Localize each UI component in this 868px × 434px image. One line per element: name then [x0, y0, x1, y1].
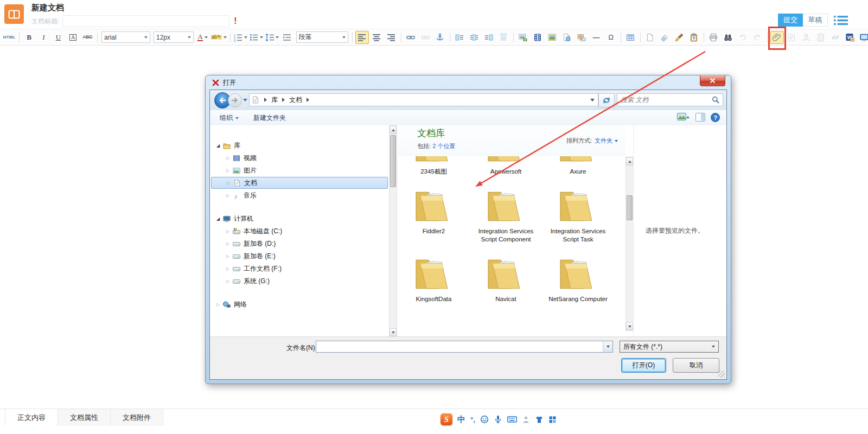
organize-button[interactable]: 组织: [220, 113, 239, 123]
eraser-button[interactable]: [658, 31, 672, 44]
undo-button[interactable]: [736, 31, 750, 44]
history-chevron-icon[interactable]: [243, 99, 247, 101]
unlink-button[interactable]: [419, 31, 432, 44]
scroll-up-icon[interactable]: [626, 157, 633, 165]
scrollbar-thumb[interactable]: [390, 135, 396, 187]
italic-button[interactable]: I: [37, 31, 50, 44]
format-brush-button[interactable]: [673, 31, 686, 44]
word-import-button[interactable]: W: [844, 31, 857, 44]
expand-twisty-icon[interactable]: ▷: [224, 168, 232, 173]
paste-text-button[interactable]: T: [687, 31, 701, 44]
doc-button[interactable]: [785, 31, 799, 44]
screenshot-button[interactable]: [575, 31, 589, 44]
ime-language-toggle[interactable]: 中: [457, 414, 465, 425]
person-button[interactable]: [800, 31, 813, 44]
folder-item[interactable]: Axure: [544, 156, 612, 176]
tree-item-network[interactable]: ▷网络: [211, 298, 388, 310]
align-center-button[interactable]: [370, 31, 384, 44]
link-button[interactable]: [404, 31, 418, 44]
redo-button[interactable]: [751, 31, 764, 44]
indent-text-button[interactable]: [280, 31, 294, 44]
list-menu-icon[interactable]: [834, 15, 848, 28]
resize-grip[interactable]: [718, 371, 725, 378]
pad-left-button[interactable]: [453, 31, 467, 44]
bold-button[interactable]: B: [22, 31, 36, 44]
search-icon[interactable]: [712, 96, 719, 104]
doc-title-input[interactable]: [62, 15, 229, 27]
tree-scrollbar[interactable]: [389, 125, 397, 337]
tree-item-disk[interactable]: ▷系统 (G:): [211, 275, 388, 287]
tab-doc-properties[interactable]: 文档属性: [58, 409, 111, 426]
folder-item[interactable]: NetSarang Computer: [544, 257, 612, 303]
clipboard-button[interactable]: [814, 31, 828, 44]
filename-input[interactable]: [316, 341, 613, 353]
sync-button[interactable]: [829, 31, 843, 44]
folder-item[interactable]: Fiddler2: [400, 189, 468, 244]
arrange-value[interactable]: 文件夹: [595, 137, 612, 145]
forecolor-button[interactable]: A: [196, 31, 209, 44]
attachment-button[interactable]: [770, 31, 784, 44]
find-replace-button[interactable]: [722, 31, 735, 44]
tree-item-documents[interactable]: ▷文档: [211, 177, 388, 189]
toolbar-grid-icon[interactable]: [548, 416, 557, 424]
keyboard-icon[interactable]: [507, 416, 517, 423]
ordered-list-button[interactable]: 123: [233, 31, 248, 44]
tree-item-disk[interactable]: ▷新加卷 (D:): [211, 238, 388, 250]
folder-item[interactable]: Integration Services Script Task: [544, 189, 612, 244]
breadcrumb-item-libraries[interactable]: 库: [271, 95, 278, 105]
insert-snippet-button[interactable]: [560, 31, 574, 44]
folder-item[interactable]: 2345截图: [400, 156, 468, 176]
align-right-button[interactable]: [385, 31, 398, 44]
preview-pane-button[interactable]: [695, 113, 705, 122]
new-document-button[interactable]: [643, 31, 657, 44]
expand-twisty-icon[interactable]: ▷: [224, 266, 232, 271]
toolbox-person-icon[interactable]: [522, 416, 530, 424]
folder-item[interactable]: KingsoftData: [400, 257, 468, 303]
cancel-button[interactable]: 取消: [673, 358, 719, 373]
underline-button[interactable]: U: [52, 31, 65, 44]
scroll-up-icon[interactable]: [390, 126, 397, 134]
special-char-button[interactable]: Ω: [604, 31, 618, 44]
breadcrumb[interactable]: 库 文档: [249, 93, 598, 106]
expand-twisty-icon[interactable]: ▷: [224, 254, 232, 259]
submit-button[interactable]: 提交: [778, 14, 803, 27]
forward-button[interactable]: [228, 93, 242, 107]
expand-twisty-icon[interactable]: ▷: [224, 193, 232, 198]
tree-item-video[interactable]: ▷视频: [211, 152, 388, 164]
line-height-button[interactable]: [265, 31, 279, 44]
scroll-down-icon[interactable]: [626, 322, 633, 330]
folder-item[interactable]: Apowersoft: [472, 156, 540, 176]
anchor-button[interactable]: [433, 31, 447, 44]
para-select[interactable]: 段落: [296, 31, 348, 43]
pad-top-button[interactable]: [497, 31, 510, 44]
search-box[interactable]: 搜索 文档: [617, 93, 723, 106]
font-select[interactable]: arial: [101, 31, 150, 43]
expand-twisty-icon[interactable]: ▷: [224, 229, 232, 234]
horizontal-rule-button[interactable]: —: [590, 31, 603, 44]
scrollbar-thumb[interactable]: [627, 195, 633, 220]
backcolor-button[interactable]: ab✎: [210, 31, 227, 44]
html-button[interactable]: HTML: [3, 31, 16, 44]
emoji-icon[interactable]: [480, 415, 489, 424]
skin-shirt-icon[interactable]: [535, 416, 544, 424]
includes-link[interactable]: 2 个位置: [432, 143, 455, 149]
insert-video-button[interactable]: [531, 31, 545, 44]
insert-album-button[interactable]: [546, 31, 559, 44]
strike-button[interactable]: ABC: [81, 31, 94, 44]
close-button[interactable]: [700, 75, 725, 86]
pad-right-button[interactable]: [482, 31, 496, 44]
expand-twisty-icon[interactable]: ▷: [214, 302, 222, 307]
folder-item[interactable]: Navicat: [472, 257, 540, 303]
filelist-scrollbar[interactable]: [626, 157, 634, 331]
insert-table-button[interactable]: [624, 31, 637, 44]
scroll-down-icon[interactable]: [390, 328, 397, 336]
collapse-twisty-icon[interactable]: ◢: [214, 143, 222, 148]
expand-twisty-icon[interactable]: ▷: [225, 181, 232, 186]
dialog-titlebar[interactable]: 打开: [206, 75, 731, 90]
address-dropdown-icon[interactable]: [590, 99, 595, 101]
fullscreen-monitor-icon[interactable]: [858, 31, 868, 44]
microphone-icon[interactable]: [494, 415, 502, 424]
insert-image-button[interactable]: [516, 31, 530, 44]
draft-button[interactable]: 草稿: [803, 14, 828, 27]
align-left-button[interactable]: [355, 31, 369, 44]
